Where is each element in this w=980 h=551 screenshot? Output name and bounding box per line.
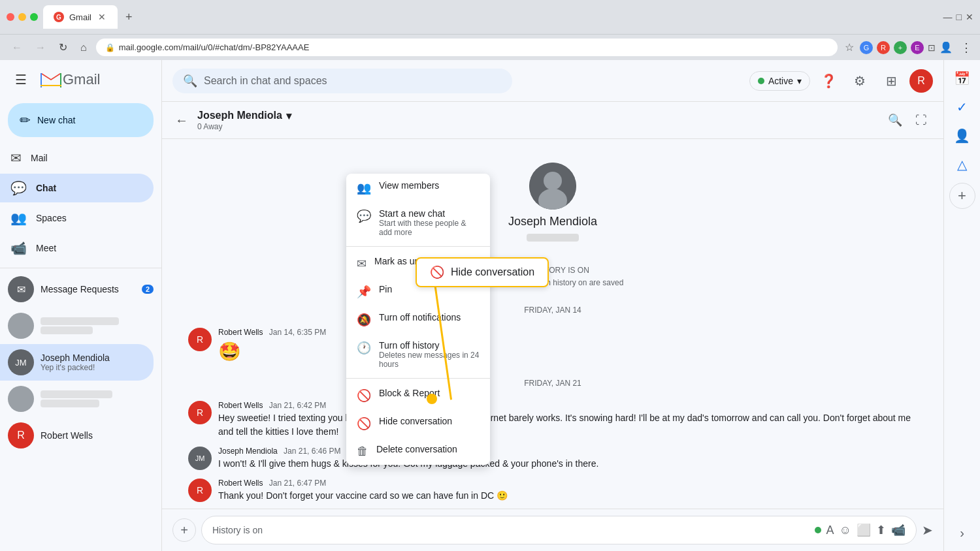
menu-item-hide-conversation[interactable]: 🚫 Hide conversation: [346, 409, 490, 437]
minimize-window-btn[interactable]: [18, 13, 26, 21]
history-notice: 🕐 HISTORY IS ON Messages sent with histo…: [188, 265, 917, 287]
turn-off-history-group: Turn off history Deletes new messages in…: [379, 340, 480, 369]
emoji-icon[interactable]: ☺: [840, 524, 851, 537]
right-panel-contacts-icon[interactable]: 👤: [949, 123, 975, 149]
chat-header: ← Joseph Mendiola ▾ 0 Away 🔍 ⛶: [162, 102, 943, 139]
robert-wells-chat-item[interactable]: R Robert Wells: [0, 417, 161, 454]
video-icon[interactable]: 📹: [891, 523, 906, 537]
maximize-window-btn[interactable]: [30, 13, 38, 21]
msg-bubble-2: I won't! & I'll give them hugs & kisses …: [218, 457, 917, 471]
menu-item-turn-off-history[interactable]: 🕐 Turn off history Deletes new messages …: [346, 334, 490, 375]
gmail-logo-text: Gmail: [63, 71, 100, 88]
format-text-icon[interactable]: A: [826, 524, 834, 537]
sidebar-item-spaces[interactable]: 👥 Spaces: [0, 204, 154, 232]
menu-divider-2: [346, 378, 490, 379]
sidebar-header: ☰ Gmail: [0, 60, 161, 99]
right-panel-drive-icon[interactable]: △: [949, 151, 975, 178]
account-avatar[interactable]: R: [909, 69, 933, 93]
chat-input-area[interactable]: History is on A ☺ ⬜ ⬆ 📹: [201, 516, 917, 544]
browser-maximize-btn[interactable]: □: [956, 12, 962, 22]
active-tab[interactable]: G Gmail ✕: [43, 5, 118, 29]
menu-item-turn-off-notifications[interactable]: 🔕 Turn off notifications: [346, 306, 490, 334]
right-panel-add-btn[interactable]: +: [949, 183, 975, 209]
right-panel-bottom: ›: [949, 520, 975, 546]
right-panel-calendar-icon[interactable]: 📅: [949, 65, 975, 91]
msg-bubble-3: Thank you! Don't forget your vaccine car…: [218, 489, 917, 503]
send-button[interactable]: ➤: [922, 522, 933, 538]
browser-window-controls[interactable]: — □ ✕: [943, 12, 973, 22]
joseph-name: Joseph Mendiola: [41, 353, 146, 363]
sidebar-item-meet[interactable]: 📹 Meet: [0, 234, 154, 262]
message-requests-item[interactable]: ✉ Message Requests 2: [0, 271, 161, 307]
help-btn[interactable]: ❓: [815, 68, 841, 94]
browser-minimize-btn[interactable]: —: [943, 12, 953, 22]
blurred-avatar-2: [8, 386, 34, 412]
menu-divider-1: [346, 246, 490, 247]
hamburger-btn[interactable]: ☰: [8, 67, 34, 93]
menu-item-start-new-chat[interactable]: 💬 Start a new chat Start with these peop…: [346, 202, 490, 244]
back-nav-btn[interactable]: ←: [8, 39, 26, 56]
ext-icon-4[interactable]: E: [911, 41, 924, 54]
search-bar[interactable]: 🔍 Search in chat and spaces: [172, 69, 512, 93]
add-attachment-btn[interactable]: +: [172, 518, 196, 542]
address-bar[interactable]: 🔒 mail.google.com/mail/u/0/#chat/dm/-BP8…: [96, 39, 838, 56]
apps-btn[interactable]: ⊞: [878, 68, 904, 94]
turn-off-notif-label: Turn off notifications: [379, 312, 461, 323]
spaces-icon: 👥: [10, 210, 27, 226]
active-status-badge[interactable]: Active ▾: [749, 71, 810, 91]
blurred-info-1: [41, 316, 154, 336]
ext-icon-1[interactable]: G: [860, 41, 873, 54]
window-controls[interactable]: [7, 13, 38, 21]
active-chevron: ▾: [797, 76, 802, 86]
msg-date-3: Jan 21, 6:47 PM: [269, 479, 326, 488]
robert-msg-avatar-1: R: [188, 401, 212, 424]
insert-emoticon-icon[interactable]: ⬜: [857, 523, 871, 537]
day-divider-jan21: FRIDAY, JAN 21: [188, 379, 917, 388]
right-panel-tasks-icon[interactable]: ✓: [949, 94, 975, 120]
forward-nav-btn[interactable]: →: [31, 39, 50, 56]
back-button[interactable]: ←: [172, 110, 191, 131]
chrome-menu-btn[interactable]: ⋮: [960, 40, 972, 55]
message-row-0: R Robert Wells Jan 14, 6:35 PM 🤩: [188, 328, 917, 366]
profile-icon[interactable]: 👤: [939, 41, 953, 54]
menu-item-delete-conversation[interactable]: 🗑 Delete conversation: [346, 437, 490, 465]
sidebar-item-chat[interactable]: 💬 Chat: [0, 174, 154, 202]
blurred-contact-1[interactable]: [0, 307, 161, 344]
bookmark-icon[interactable]: ☆: [843, 41, 856, 54]
new-tab-button[interactable]: +: [120, 8, 138, 27]
mark-unread-icon: ✉: [357, 257, 367, 271]
upload-icon[interactable]: ⬆: [876, 523, 886, 537]
reload-nav-btn[interactable]: ↻: [55, 39, 71, 56]
fullscreen-btn[interactable]: ⛶: [909, 108, 933, 132]
settings-btn[interactable]: ⚙: [847, 68, 873, 94]
joseph-avatar: JM: [8, 349, 34, 375]
sidebar-divider: [0, 268, 161, 268]
chat-name-chevron: ▾: [286, 110, 291, 122]
blurred-avatar-1: [8, 313, 34, 339]
start-new-chat-group: Start a new chat Start with these people…: [379, 208, 480, 237]
turn-off-history-sublabel: Deletes new messages in 24 hours: [379, 351, 480, 369]
ext-icon-3[interactable]: +: [894, 41, 907, 54]
new-chat-button[interactable]: ✏ New chat: [8, 103, 154, 137]
main-area: 🔍 Search in chat and spaces Active ▾ ❓ ⚙…: [162, 60, 943, 551]
blurred-contact-2[interactable]: [0, 381, 161, 417]
sidebar-item-mail[interactable]: ✉ Mail: [0, 144, 154, 172]
hide-conversation-menu-label: Hide conversation: [379, 416, 452, 426]
right-panel-expand-icon[interactable]: ›: [949, 520, 975, 546]
search-chat-btn[interactable]: 🔍: [883, 108, 907, 132]
message-requests-label: Message Requests: [41, 284, 135, 294]
close-window-btn[interactable]: [7, 13, 14, 21]
menu-item-view-members[interactable]: 👥 View members: [346, 174, 490, 202]
input-placeholder: History is on: [212, 525, 808, 535]
menu-item-block-report[interactable]: 🚫 Block & Report: [346, 381, 490, 409]
tab-close-btn[interactable]: ✕: [97, 10, 107, 24]
chat-header-name[interactable]: Joseph Mendiola ▾: [197, 110, 291, 122]
browser-close-btn[interactable]: ✕: [966, 12, 973, 22]
joseph-mendiola-chat-item[interactable]: JM Joseph Mendiola Yep it's packed!: [0, 344, 154, 381]
search-placeholder: Search in chat and spaces: [204, 75, 502, 87]
ext-icon-2[interactable]: R: [877, 41, 890, 54]
home-nav-btn[interactable]: ⌂: [76, 39, 91, 56]
extensions-btn[interactable]: ⊡: [928, 42, 936, 53]
chat-contact-name: Joseph Mendiola: [197, 110, 282, 121]
chat-header-actions: 🔍 ⛶: [883, 108, 933, 132]
